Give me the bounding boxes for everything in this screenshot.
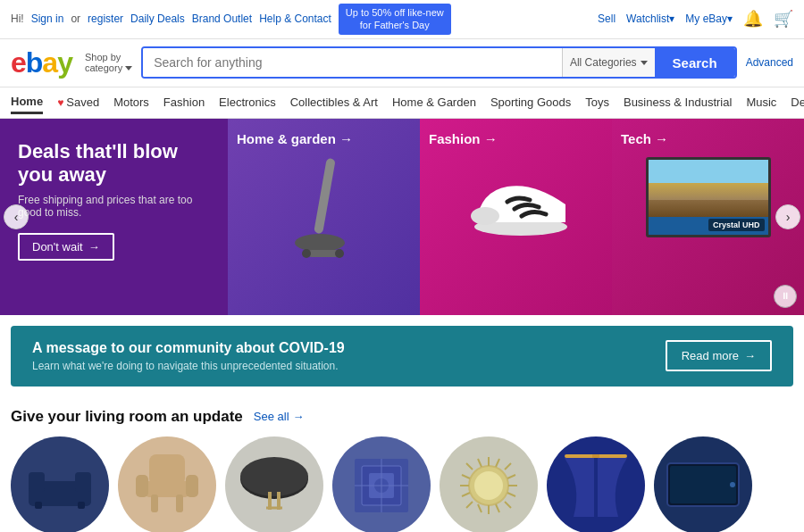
nav-electronics[interactable]: Electronics: [219, 92, 276, 112]
register-link[interactable]: register: [88, 12, 123, 25]
notification-bell-icon[interactable]: 🔔: [743, 9, 763, 29]
see-all-link[interactable]: See all →: [254, 410, 305, 423]
search-bar: All Categories Search: [141, 46, 736, 79]
svg-rect-14: [136, 475, 148, 497]
svg-point-51: [730, 482, 735, 487]
list-item[interactable]: [332, 436, 431, 532]
curtain-circle[interactable]: [547, 436, 645, 532]
svg-point-4: [335, 249, 344, 258]
svg-rect-12: [149, 454, 185, 486]
tv-stand-icon: [663, 454, 743, 517]
shop-by-category[interactable]: Shop by category: [85, 52, 132, 73]
sell-link[interactable]: Sell: [598, 12, 616, 25]
hero-banner: ‹ Deals that'll blow you away Free shipp…: [0, 119, 804, 315]
chair-circle[interactable]: [118, 436, 216, 532]
hero-next-button[interactable]: ›: [775, 204, 800, 229]
svg-line-43: [507, 475, 515, 478]
svg-rect-16: [151, 495, 158, 512]
nav-saved[interactable]: ♥ Saved: [57, 92, 99, 112]
signin-link[interactable]: Sign in: [31, 12, 64, 25]
nav-bar: Home ♥ Saved Motors Fashion Electronics …: [0, 87, 804, 119]
tv-stand-circle[interactable]: [654, 436, 752, 532]
svg-line-41: [478, 459, 482, 467]
nav-fashion[interactable]: Fashion: [163, 92, 205, 112]
hero-tile-home-garden[interactable]: Home & garden →: [228, 119, 420, 315]
svg-line-38: [466, 502, 473, 508]
svg-rect-8: [29, 472, 45, 492]
covid-text-block: A message to our community about COVID-1…: [32, 340, 666, 372]
list-item[interactable]: [654, 436, 752, 532]
dont-wait-button[interactable]: Don't wait →: [18, 233, 114, 261]
svg-point-6: [471, 207, 499, 225]
hero-tile-fashion[interactable]: Fashion →: [420, 119, 612, 315]
search-input[interactable]: [143, 48, 562, 77]
svg-line-45: [496, 459, 499, 467]
svg-line-42: [496, 504, 499, 512]
svg-rect-15: [186, 475, 198, 497]
heart-icon: ♥: [57, 96, 63, 109]
svg-rect-48: [592, 454, 599, 458]
svg-line-44: [462, 493, 470, 496]
category-dropdown[interactable]: All Categories: [562, 48, 655, 77]
svg-rect-2: [308, 250, 339, 257]
hero-subtitle: Free shipping and prices that are too go…: [18, 194, 210, 219]
curtain-icon: [560, 450, 632, 521]
svg-rect-9: [75, 472, 91, 492]
list-item[interactable]: [118, 436, 216, 532]
mirror-icon: [453, 450, 524, 521]
nav-toys[interactable]: Toys: [585, 92, 609, 112]
nav-sporting-goods[interactable]: Sporting Goods: [490, 92, 571, 112]
help-contact-link[interactable]: Help & Contact: [259, 12, 331, 25]
nav-music[interactable]: Music: [746, 92, 776, 112]
top-bar: Hi! Sign in or register Daily Deals Bran…: [0, 0, 804, 39]
brand-outlet-link[interactable]: Brand Outlet: [192, 12, 252, 25]
read-more-button[interactable]: Read more →: [666, 340, 772, 371]
pause-button[interactable]: ⏸: [774, 285, 797, 308]
ebay-logo[interactable]: ebay: [11, 46, 72, 79]
advanced-search-link[interactable]: Advanced: [746, 56, 793, 69]
list-item[interactable]: [225, 436, 323, 532]
svg-line-36: [505, 502, 511, 508]
svg-line-37: [505, 463, 511, 470]
covid-title: A message to our community about COVID-1…: [32, 340, 666, 356]
svg-point-19: [240, 457, 308, 496]
home-garden-title: Home & garden →: [237, 131, 353, 146]
or-text: or: [71, 12, 80, 25]
svg-rect-11: [78, 502, 85, 509]
svg-line-39: [462, 475, 470, 478]
covid-banner: A message to our community about COVID-1…: [11, 326, 793, 387]
svg-point-30: [474, 471, 503, 500]
search-button[interactable]: Search: [655, 48, 735, 77]
list-item[interactable]: [11, 436, 109, 532]
nav-home-garden[interactable]: Home & Garden: [392, 92, 476, 112]
rug-circle[interactable]: [332, 436, 431, 532]
nav-deals[interactable]: Deals: [791, 92, 804, 112]
sofa-circle[interactable]: [11, 436, 109, 532]
fashion-title: Fashion →: [429, 131, 498, 146]
svg-point-1: [295, 234, 345, 252]
mirror-circle[interactable]: [440, 436, 538, 532]
nav-motors[interactable]: Motors: [113, 92, 149, 112]
svg-point-3: [302, 249, 311, 258]
table-circle[interactable]: [225, 436, 323, 532]
svg-line-46: [478, 504, 482, 512]
cart-icon[interactable]: 🛒: [774, 9, 793, 29]
chair-icon: [131, 450, 203, 521]
watchlist-link[interactable]: Watchlist▾: [626, 12, 674, 25]
sneaker-image: [463, 164, 570, 236]
vacuum-image: [289, 154, 360, 270]
hero-prev-button[interactable]: ‹: [4, 204, 29, 229]
daily-deals-link[interactable]: Daily Deals: [130, 12, 185, 25]
svg-line-40: [507, 493, 515, 496]
tech-title: Tech →: [621, 131, 668, 146]
nav-home[interactable]: Home: [11, 91, 43, 114]
nav-business[interactable]: Business & Industrial: [624, 92, 732, 112]
list-item[interactable]: [440, 436, 538, 532]
rug-icon: [346, 450, 417, 521]
svg-rect-10: [35, 502, 42, 509]
fathers-day-promo[interactable]: Up to 50% off like-new for Father's Day: [339, 4, 451, 35]
nav-collectibles[interactable]: Collectibles & Art: [290, 92, 378, 112]
my-ebay-link[interactable]: My eBay▾: [685, 12, 733, 25]
list-item[interactable]: [547, 436, 645, 532]
svg-rect-13: [145, 481, 189, 497]
